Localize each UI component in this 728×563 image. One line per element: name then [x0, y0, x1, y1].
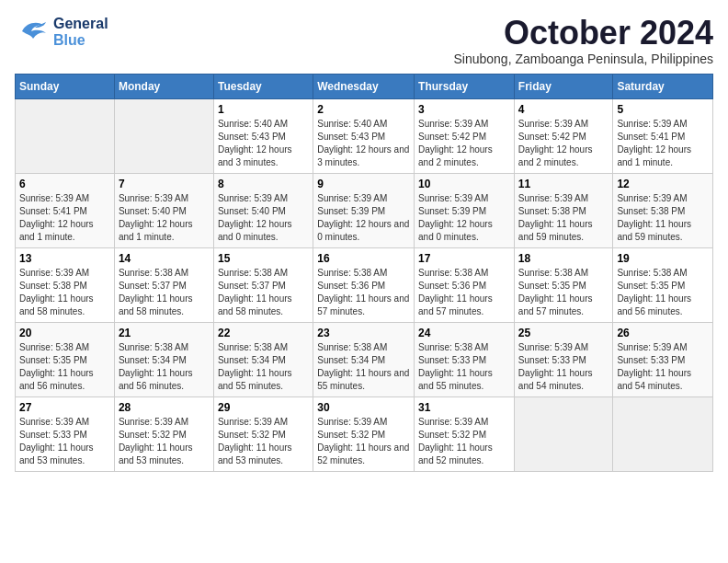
day-info: Sunrise: 5:38 AMSunset: 5:36 PMDaylight:…: [317, 267, 410, 318]
logo-line2: Blue: [53, 32, 85, 49]
location: Sinubong, Zamboanga Peninsula, Philippin…: [453, 52, 713, 66]
calendar-cell: 18Sunrise: 5:38 AMSunset: 5:35 PMDayligh…: [514, 247, 613, 322]
logo: General Blue: [15, 15, 108, 50]
month-title: October 2024: [453, 15, 713, 52]
calendar-cell: 10Sunrise: 5:39 AMSunset: 5:39 PMDayligh…: [415, 173, 515, 247]
day-info: Sunrise: 5:38 AMSunset: 5:35 PMDaylight:…: [617, 267, 709, 318]
day-info: Sunrise: 5:39 AMSunset: 5:38 PMDaylight:…: [518, 192, 609, 244]
calendar-cell: 30Sunrise: 5:39 AMSunset: 5:32 PMDayligh…: [313, 396, 415, 471]
calendar-week-2: 6Sunrise: 5:39 AMSunset: 5:41 PMDaylight…: [16, 173, 713, 247]
logo-line1: General: [53, 16, 108, 32]
calendar-cell: 6Sunrise: 5:39 AMSunset: 5:41 PMDaylight…: [16, 173, 115, 247]
weekday-monday: Monday: [114, 74, 213, 98]
calendar-cell: 21Sunrise: 5:38 AMSunset: 5:34 PMDayligh…: [114, 322, 213, 396]
calendar-cell: 12Sunrise: 5:39 AMSunset: 5:38 PMDayligh…: [613, 173, 713, 247]
calendar-cell: 15Sunrise: 5:38 AMSunset: 5:37 PMDayligh…: [213, 247, 313, 322]
weekday-saturday: Saturday: [613, 74, 713, 98]
day-number: 28: [119, 401, 210, 414]
day-number: 13: [19, 252, 110, 265]
logo-icon: [15, 15, 50, 50]
day-info: Sunrise: 5:39 AMSunset: 5:33 PMDaylight:…: [518, 341, 609, 393]
calendar-cell: 9Sunrise: 5:39 AMSunset: 5:39 PMDaylight…: [313, 173, 415, 247]
weekday-thursday: Thursday: [415, 74, 515, 98]
weekday-sunday: Sunday: [16, 74, 115, 98]
calendar-cell: 17Sunrise: 5:38 AMSunset: 5:36 PMDayligh…: [415, 247, 515, 322]
day-info: Sunrise: 5:38 AMSunset: 5:34 PMDaylight:…: [218, 341, 309, 393]
calendar-week-1: 1Sunrise: 5:40 AMSunset: 5:43 PMDaylight…: [16, 98, 713, 173]
day-number: 30: [317, 401, 410, 414]
calendar-cell: 13Sunrise: 5:39 AMSunset: 5:38 PMDayligh…: [16, 247, 115, 322]
day-number: 7: [119, 178, 210, 190]
day-number: 20: [19, 327, 110, 339]
calendar-cell: 5Sunrise: 5:39 AMSunset: 5:41 PMDaylight…: [613, 98, 713, 173]
page-header: General Blue October 2024 Sinubong, Zamb…: [15, 15, 713, 66]
calendar-cell: 24Sunrise: 5:38 AMSunset: 5:33 PMDayligh…: [415, 322, 515, 396]
weekday-header-row: SundayMondayTuesdayWednesdayThursdayFrid…: [16, 74, 713, 98]
day-number: 19: [617, 252, 709, 265]
calendar-cell: 20Sunrise: 5:38 AMSunset: 5:35 PMDayligh…: [16, 322, 115, 396]
day-number: 25: [518, 327, 609, 339]
calendar-cell: 23Sunrise: 5:38 AMSunset: 5:34 PMDayligh…: [313, 322, 415, 396]
day-info: Sunrise: 5:38 AMSunset: 5:37 PMDaylight:…: [119, 267, 210, 318]
logo-text-block: General Blue: [53, 16, 108, 48]
calendar-table: SundayMondayTuesdayWednesdayThursdayFrid…: [15, 74, 713, 472]
calendar-cell: 8Sunrise: 5:39 AMSunset: 5:40 PMDaylight…: [213, 173, 313, 247]
day-number: 18: [518, 252, 609, 265]
day-number: 6: [19, 178, 110, 190]
day-info: Sunrise: 5:39 AMSunset: 5:40 PMDaylight:…: [218, 192, 309, 244]
day-number: 9: [317, 178, 410, 190]
day-info: Sunrise: 5:39 AMSunset: 5:33 PMDaylight:…: [617, 341, 709, 393]
day-number: 14: [119, 252, 210, 265]
day-info: Sunrise: 5:38 AMSunset: 5:37 PMDaylight:…: [218, 267, 309, 318]
day-info: Sunrise: 5:39 AMSunset: 5:33 PMDaylight:…: [19, 416, 110, 467]
day-number: 11: [518, 178, 609, 190]
calendar-cell: 27Sunrise: 5:39 AMSunset: 5:33 PMDayligh…: [16, 396, 115, 471]
day-info: Sunrise: 5:39 AMSunset: 5:40 PMDaylight:…: [119, 192, 210, 244]
calendar-cell: 31Sunrise: 5:39 AMSunset: 5:32 PMDayligh…: [415, 396, 515, 471]
day-number: 10: [418, 178, 510, 190]
calendar-cell: 26Sunrise: 5:39 AMSunset: 5:33 PMDayligh…: [613, 322, 713, 396]
day-number: 5: [617, 103, 709, 116]
day-info: Sunrise: 5:39 AMSunset: 5:39 PMDaylight:…: [418, 192, 510, 244]
calendar-cell: 28Sunrise: 5:39 AMSunset: 5:32 PMDayligh…: [114, 396, 213, 471]
day-number: 4: [518, 103, 609, 116]
day-info: Sunrise: 5:39 AMSunset: 5:32 PMDaylight:…: [317, 416, 410, 467]
calendar-header: SundayMondayTuesdayWednesdayThursdayFrid…: [16, 74, 713, 98]
day-number: 8: [218, 178, 309, 190]
day-number: 3: [418, 103, 510, 116]
day-info: Sunrise: 5:38 AMSunset: 5:36 PMDaylight:…: [418, 267, 510, 318]
day-number: 17: [418, 252, 510, 265]
calendar-cell: [114, 98, 213, 173]
day-info: Sunrise: 5:40 AMSunset: 5:43 PMDaylight:…: [317, 118, 410, 169]
day-number: 12: [617, 178, 709, 190]
day-info: Sunrise: 5:39 AMSunset: 5:42 PMDaylight:…: [418, 118, 510, 169]
calendar-cell: 22Sunrise: 5:38 AMSunset: 5:34 PMDayligh…: [213, 322, 313, 396]
day-info: Sunrise: 5:39 AMSunset: 5:32 PMDaylight:…: [218, 416, 309, 467]
calendar-cell: 4Sunrise: 5:39 AMSunset: 5:42 PMDaylight…: [514, 98, 613, 173]
day-number: 22: [218, 327, 309, 339]
day-info: Sunrise: 5:38 AMSunset: 5:34 PMDaylight:…: [317, 341, 410, 393]
calendar-cell: [16, 98, 115, 173]
calendar-cell: 1Sunrise: 5:40 AMSunset: 5:43 PMDaylight…: [213, 98, 313, 173]
day-number: 31: [418, 401, 510, 414]
day-info: Sunrise: 5:39 AMSunset: 5:32 PMDaylight:…: [418, 416, 510, 467]
title-block: October 2024 Sinubong, Zamboanga Peninsu…: [453, 15, 713, 66]
day-info: Sunrise: 5:39 AMSunset: 5:41 PMDaylight:…: [617, 118, 709, 169]
weekday-wednesday: Wednesday: [313, 74, 415, 98]
day-info: Sunrise: 5:40 AMSunset: 5:43 PMDaylight:…: [218, 118, 309, 169]
day-info: Sunrise: 5:39 AMSunset: 5:41 PMDaylight:…: [19, 192, 110, 244]
weekday-tuesday: Tuesday: [213, 74, 313, 98]
calendar-cell: 25Sunrise: 5:39 AMSunset: 5:33 PMDayligh…: [514, 322, 613, 396]
day-info: Sunrise: 5:39 AMSunset: 5:38 PMDaylight:…: [617, 192, 709, 244]
calendar-cell: 29Sunrise: 5:39 AMSunset: 5:32 PMDayligh…: [213, 396, 313, 471]
calendar-cell: 11Sunrise: 5:39 AMSunset: 5:38 PMDayligh…: [514, 173, 613, 247]
day-number: 26: [617, 327, 709, 339]
calendar-cell: [613, 396, 713, 471]
day-info: Sunrise: 5:38 AMSunset: 5:33 PMDaylight:…: [418, 341, 510, 393]
day-number: 16: [317, 252, 410, 265]
day-number: 2: [317, 103, 410, 116]
weekday-friday: Friday: [514, 74, 613, 98]
calendar-cell: 7Sunrise: 5:39 AMSunset: 5:40 PMDaylight…: [114, 173, 213, 247]
day-number: 23: [317, 327, 410, 339]
day-info: Sunrise: 5:39 AMSunset: 5:32 PMDaylight:…: [119, 416, 210, 467]
